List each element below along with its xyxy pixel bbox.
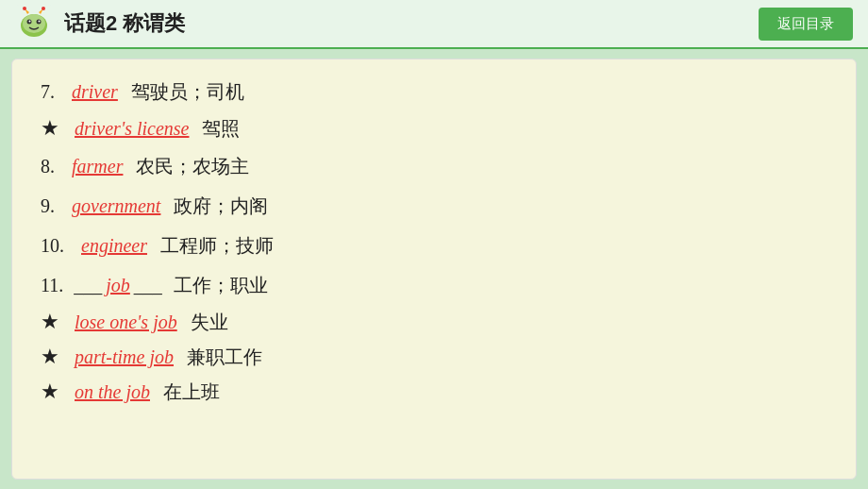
item-8-chinese: 农民；农场主 bbox=[136, 151, 249, 181]
vocab-item-star-lose-job: ★ lose one's job 失业 bbox=[41, 310, 827, 335]
item-lose-job-word: lose one's job bbox=[75, 312, 177, 333]
item-11-chinese: 工作；职业 bbox=[174, 270, 268, 300]
vocab-item-7: 7. driver 驾驶员；司机 bbox=[41, 76, 827, 107]
vocab-item-star-part-time: ★ part-time job 兼职工作 bbox=[41, 345, 827, 370]
vocab-item-star-on-the-job: ★ on the job 在上班 bbox=[41, 379, 827, 405]
svg-point-5 bbox=[29, 21, 31, 23]
item-part-time-chinese: 兼职工作 bbox=[187, 345, 262, 370]
svg-point-7 bbox=[23, 7, 26, 10]
item-on-the-job-word: on the job bbox=[75, 381, 150, 403]
vocab-item-9: 9. government 政府；内阁 bbox=[41, 191, 827, 221]
star-icon-2: ★ bbox=[41, 310, 59, 334]
page-title: 话题2 称谓类 bbox=[64, 9, 185, 38]
item-10-chinese: 工程师；技师 bbox=[160, 230, 274, 261]
item-9-word: government bbox=[72, 191, 160, 221]
star-icon-3: ★ bbox=[41, 345, 59, 369]
item-11-word: job bbox=[106, 270, 130, 300]
star-icon-1: ★ bbox=[41, 116, 59, 141]
item-9-num: 9. bbox=[41, 191, 55, 221]
vocab-item-8: 8. farmer 农民；农场主 bbox=[41, 151, 827, 181]
svg-point-6 bbox=[39, 21, 41, 23]
item-7-word: driver bbox=[72, 76, 118, 107]
item-11-num: 11. bbox=[41, 270, 63, 300]
item-drivers-license-chinese: 驾照 bbox=[202, 116, 240, 142]
svg-point-8 bbox=[42, 7, 45, 10]
item-lose-job-chinese: 失业 bbox=[191, 310, 228, 335]
header: 话题2 称谓类 返回目录 bbox=[0, 0, 868, 49]
item-7-num: 7. bbox=[41, 76, 55, 107]
vocab-item-11: 11. ___ job ___ 工作；职业 bbox=[41, 270, 827, 300]
vocab-item-10: 10. engineer 工程师；技师 bbox=[41, 230, 827, 261]
item-10-num: 10. bbox=[41, 230, 64, 261]
star-icon-4: ★ bbox=[41, 379, 59, 404]
item-part-time-word: part-time job bbox=[75, 346, 174, 368]
item-8-num: 8. bbox=[41, 151, 55, 181]
item-drivers-license-word: driver's license bbox=[75, 118, 189, 140]
item-8-word: farmer bbox=[72, 151, 123, 181]
item-10-word: engineer bbox=[81, 230, 147, 261]
vocab-item-star-drivers-license: ★ driver's license 驾照 bbox=[41, 116, 827, 142]
item-on-the-job-chinese: 在上班 bbox=[163, 379, 220, 405]
dragon-logo-icon bbox=[15, 5, 53, 42]
content-area: 7. driver 驾驶员；司机 ★ driver's license 驾照 8… bbox=[11, 59, 857, 480]
svg-point-2 bbox=[23, 14, 45, 33]
back-button[interactable]: 返回目录 bbox=[759, 8, 853, 41]
header-left: 话题2 称谓类 bbox=[15, 5, 185, 42]
item-7-chinese: 驾驶员；司机 bbox=[131, 76, 244, 107]
item-9-chinese: 政府；内阁 bbox=[174, 191, 268, 221]
